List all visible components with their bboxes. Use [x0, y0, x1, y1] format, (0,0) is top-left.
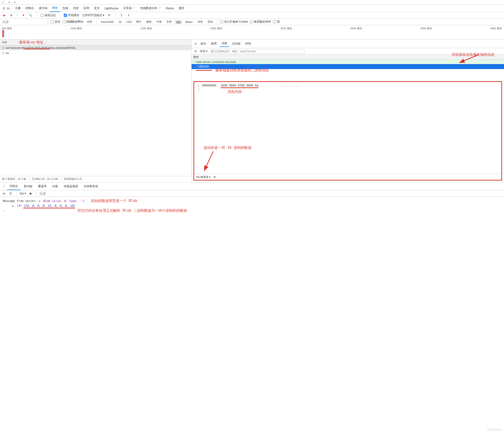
tab-elements[interactable]: 元素 [13, 5, 23, 12]
drawer-tab-meminspect[interactable]: 内存检查器 [81, 183, 100, 190]
type-img[interactable]: 图片 [135, 19, 143, 24]
tab-recorder[interactable]: 记录器 ↗ [121, 5, 138, 12]
preserve-log-checkbox[interactable]: 保留日志 [40, 13, 56, 17]
tab-memory[interactable]: 内存 [71, 5, 81, 12]
console-clear-icon[interactable]: ⊘ [9, 191, 13, 195]
tab-layers[interactable]: 图层 [176, 5, 187, 12]
wifi-icon[interactable]: ⟳ [107, 13, 111, 17]
type-font[interactable]: 字体 [155, 19, 163, 24]
throttling-select[interactable]: 已停用节流模式 ▾ [82, 13, 104, 17]
clear-messages-icon[interactable]: ⊘ [193, 49, 198, 53]
console-prompt-icon[interactable]: › [3, 209, 5, 212]
drawer-tab-issues[interactable]: 问题 [50, 183, 60, 190]
invert-checkbox[interactable]: 反转 [51, 20, 60, 24]
copy-icon[interactable]: ⧉ [213, 175, 217, 179]
drawer-tab-perfmon[interactable]: 性能监视器 [61, 183, 81, 190]
annotation-blob-type: 原始的数据类型是一个 Blob [91, 199, 137, 203]
tab-headers[interactable]: 标头 [199, 41, 208, 47]
tab-application[interactable]: 应用 [81, 5, 92, 12]
drawer-tab-console[interactable]: 控制台 [7, 183, 20, 190]
device-icon[interactable]: ⫿⫿ [6, 6, 10, 10]
message-filter-input[interactable] [209, 49, 305, 53]
type-manifest[interactable]: 清单 [196, 19, 204, 24]
annotation-browser-send: 浏览器发送给服务端的信息 [452, 52, 495, 57]
console-sidebar-icon[interactable]: ▸| [2, 191, 6, 195]
svg-line-1 [206, 151, 213, 167]
filter-bar: 反转 隐藏数据网址 全部 Fetch/XHR JS CSS 图片 媒体 字体 文… [0, 18, 504, 25]
tab-console[interactable]: 控制台 [23, 5, 36, 12]
type-doc[interactable]: 文档 [165, 19, 173, 24]
tab-performance[interactable]: 性能 [60, 5, 71, 12]
tab-lighthouse[interactable]: Lighthouse [102, 5, 121, 11]
arrow-up-icon: ↑ [193, 61, 195, 63]
blocked-cookies-checkbox[interactable]: 有已拦截的 Cookie [220, 20, 248, 24]
message-outgoing[interactable]: ↑ Hello Server, connection has build [192, 60, 504, 64]
hex-viewer-select[interactable]: Hex查看器 ▾ [196, 175, 211, 179]
request-row[interactable]: ▢ ws?deviceId=A51a007F-0620-467B-8A4a-c8… [0, 45, 191, 50]
drawer-tab-coverage[interactable]: 覆盖率 [36, 183, 49, 190]
type-media[interactable]: 媒体 [145, 19, 153, 24]
clear-icon[interactable]: ⊘ [9, 13, 13, 17]
devtools-tabs: ⊡ ⫿⫿ 元素 控制台 源代码 网络 性能 内存 应用 安全 Lighthous… [0, 5, 504, 12]
type-fetch[interactable]: Fetch/XHR [99, 20, 115, 24]
tab-initiator[interactable]: 启动器 [230, 41, 243, 47]
tab-payload[interactable]: 载荷 [209, 41, 219, 47]
drawer-menu-icon[interactable]: ⋮ [2, 184, 6, 189]
eye-icon[interactable]: ◉ [28, 191, 33, 195]
inspect-icon[interactable]: ⊡ [2, 6, 6, 10]
export-icon[interactable]: ↧ [126, 13, 131, 17]
arrow-down-icon: ↓ [193, 65, 195, 68]
ws-icon: ▢ [2, 51, 4, 54]
record-icon[interactable]: ◉ [2, 13, 6, 17]
console-line[interactable]: ▶ (9) [24, 0, 0, 0, 15, 0, 0, 0, 10] [3, 204, 501, 208]
type-js[interactable]: JS [117, 20, 123, 24]
hex-bytes: 1800 0000 0f00 0000 0a [221, 84, 258, 88]
tab-messages[interactable]: 消息 [220, 40, 229, 47]
tab-timing[interactable]: 时间 [243, 41, 253, 47]
tab-redux[interactable]: Redux [163, 5, 176, 11]
request-row[interactable]: ▢ ws [0, 50, 191, 55]
annotation-hex-data: 返回的是一些 16 进制的数据 [204, 146, 252, 150]
annotation-decoded: 经过代码业务处理之后解析 Blob 二进制数据为一些十进制的的数据 [78, 208, 187, 213]
expand-icon[interactable]: ▶ [12, 204, 14, 207]
tab-sources[interactable]: 源代码 [36, 5, 50, 12]
annotation-msg-content: 消息内容 [227, 90, 242, 94]
tab-network[interactable]: 网络 [50, 5, 60, 12]
third-party-checkbox[interactable]: 第 [273, 20, 280, 24]
type-wasm[interactable]: Wasm [184, 20, 194, 24]
console-filter-input[interactable] [39, 192, 80, 195]
ws-icon: ▢ [2, 46, 4, 49]
console-line[interactable]: Message from server: ▶ Blob {size: 9, ty… [3, 198, 501, 204]
tab-fragment: ▢ [2, 0, 5, 4]
expand-icon[interactable]: ▶ [39, 199, 41, 203]
status-bar: 第 2 项请求，共 3 项 已传输 0 B，共 4.3 kB 所选资源大小为 [0, 176, 191, 183]
annotation-ws-addr: 服务端 ws 地址 [19, 40, 43, 45]
type-css[interactable]: CSS [125, 20, 133, 24]
type-ws[interactable]: WS [175, 20, 182, 24]
hex-offset: 00000000: [202, 84, 218, 88]
blob-value: Blob {size: 9, type: ''} [43, 199, 84, 203]
tab-security[interactable]: 安全 [92, 5, 102, 12]
blocked-requests-checkbox[interactable]: 被屏蔽的请求 [250, 20, 271, 24]
type-all[interactable]: 全部 [85, 19, 93, 24]
type-other[interactable]: 其他 [206, 19, 214, 24]
hide-data-urls-checkbox[interactable]: 隐藏数据网址 [62, 20, 83, 24]
tab-perf-insights[interactable]: 性能数据分析 ↗ [138, 5, 163, 12]
filter-icon[interactable]: ▼ [21, 13, 26, 17]
filter-input[interactable] [2, 19, 45, 24]
console-context-select[interactable]: top ▾ [20, 192, 26, 195]
network-toolbar: ◉ ⊘ ▼ 🔍 保留日志 停用缓存 已停用节流模式 ▾ ⟳ ↥ ↧ [0, 12, 504, 18]
annotation-server-return: 服务端返回给浏览器的二进制消息 [215, 68, 269, 73]
filter-all[interactable]: 全部 ▾ [200, 49, 207, 53]
timeline[interactable]: 500 毫秒 1000 毫秒 1500 毫秒 2000 毫秒 2500 毫秒 3… [0, 25, 504, 39]
disable-cache-checkbox[interactable]: 停用缓存 [64, 13, 79, 17]
search-icon[interactable]: 🔍 [28, 13, 33, 17]
hex-ascii: ......... [280, 84, 300, 88]
close-icon[interactable]: ✕ [193, 42, 198, 46]
drawer-tab-whatsnew[interactable]: 新功能 [21, 183, 35, 190]
array-value: [24, 0, 0, 0, 15, 0, 0, 0, 10] [23, 204, 75, 208]
import-icon[interactable]: ↥ [119, 13, 124, 17]
